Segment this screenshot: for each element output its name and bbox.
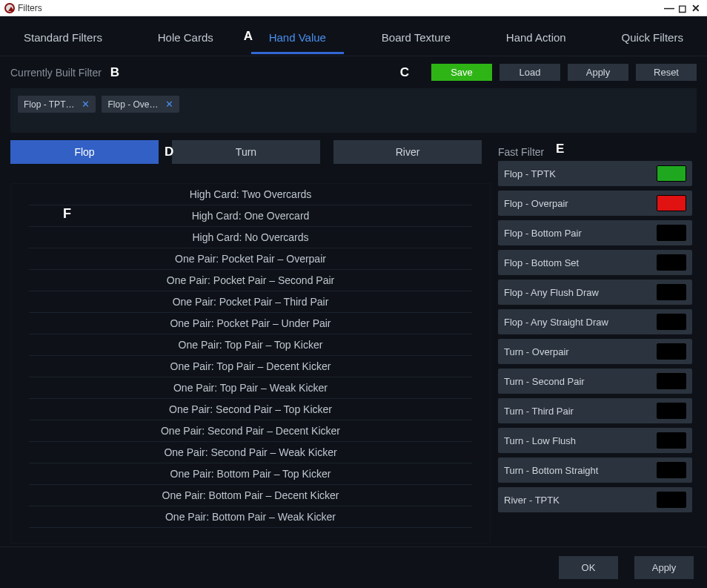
apply-footer-button[interactable]: Apply — [634, 556, 694, 579]
marker-b: B — [110, 65, 119, 80]
category-item[interactable]: High Card: No Overcards — [29, 227, 472, 248]
marker-a: A — [244, 29, 253, 44]
street-tabs: FlopTurnRiverD — [10, 140, 491, 164]
filter-chip[interactable]: Flop - Ove…✕ — [102, 96, 179, 113]
category-item[interactable]: One Pair: Top Pair – Top Kicker — [29, 334, 472, 356]
apply-button[interactable]: Apply — [568, 64, 628, 81]
category-item[interactable]: One Pair: Bottom Pair – Top Kicker — [29, 463, 472, 485]
category-item[interactable]: High Card: Two Overcards — [29, 184, 472, 205]
chip-remove-icon[interactable]: ✕ — [165, 99, 173, 110]
fast-filter-label: Flop - Bottom Pair — [504, 228, 582, 239]
maximize-icon[interactable]: ◻ — [676, 2, 689, 14]
minimize-icon[interactable]: — — [663, 2, 676, 14]
fast-filter-label: Flop - TPTK — [504, 168, 556, 179]
tab-hole-cards[interactable]: Hole Cards — [155, 27, 216, 54]
fast-filter-item[interactable]: Turn - Second Pair — [498, 369, 692, 394]
fast-filter-item[interactable]: Flop - Bottom Set — [498, 250, 692, 275]
marker-c: C — [400, 65, 409, 80]
fast-filter-header: Fast Filter E — [498, 140, 697, 161]
category-list: F High Card: Two OvercardsHigh Card: One… — [10, 183, 491, 544]
built-filter-chips: Flop - TPT…✕Flop - Ove…✕ — [10, 88, 697, 133]
tab-quick-filters[interactable]: Quick Filters — [619, 27, 686, 54]
fast-filter-item[interactable]: Flop - Overpair — [498, 191, 692, 216]
category-panel: FlopTurnRiverD F High Card: Two Overcard… — [10, 140, 491, 544]
chip-label: Flop - TPT… — [24, 99, 74, 110]
tab-hand-action[interactable]: Hand Action — [503, 27, 569, 54]
filter-chip[interactable]: Flop - TPT…✕ — [18, 96, 96, 113]
fast-filter-label: Turn - Low Flush — [504, 435, 576, 446]
category-item[interactable]: One Pair: Second Pair – Decent Kicker — [29, 420, 472, 442]
fast-filter-item[interactable]: Flop - Bottom Pair — [498, 220, 692, 245]
titlebar: Filters — ◻ ✕ — [0, 0, 707, 16]
category-item[interactable]: One Pair: Bottom Pair – Decent Kicker — [29, 485, 472, 506]
tab-standard-filters[interactable]: Standard Filters — [21, 27, 105, 54]
fast-filter-label: Flop - Overpair — [504, 198, 568, 209]
color-swatch[interactable] — [657, 284, 686, 300]
fast-filter-item[interactable]: River - TPTK — [498, 487, 692, 512]
category-item[interactable]: One Pair: Second Pair – Top Kicker — [29, 399, 472, 420]
built-filter-row: Currently Built Filter B C Save Load App… — [0, 56, 707, 85]
save-button[interactable]: Save — [431, 64, 492, 81]
color-swatch[interactable] — [657, 373, 686, 389]
category-item[interactable]: One Pair: Pocket Pair – Second Pair — [29, 270, 472, 291]
color-swatch[interactable] — [657, 462, 686, 478]
street-tab-flop[interactable]: Flop — [10, 140, 159, 164]
tab-board-texture[interactable]: Board Texture — [379, 27, 454, 54]
chip-label: Flop - Ove… — [107, 99, 158, 110]
ok-button[interactable]: OK — [559, 556, 618, 579]
fast-filter-list: Flop - TPTKFlop - OverpairFlop - Bottom … — [498, 161, 697, 544]
color-swatch[interactable] — [657, 225, 686, 241]
category-item[interactable]: One Pair: Pocket Pair – Third Pair — [29, 291, 472, 313]
category-item[interactable]: One Pair: Top Pair – Weak Kicker — [29, 377, 472, 399]
marker-f: F — [63, 206, 71, 222]
fast-filter-label: Flop - Any Flush Draw — [504, 287, 599, 298]
color-swatch[interactable] — [657, 403, 686, 419]
fast-filter-item[interactable]: Turn - Low Flush — [498, 428, 692, 453]
category-item[interactable]: High Card: One Overcard — [29, 205, 472, 227]
color-swatch[interactable] — [657, 195, 686, 211]
category-item[interactable]: One Pair: Pocket Pair – Under Pair — [29, 313, 472, 334]
fast-filter-label: Turn - Bottom Straight — [504, 465, 598, 476]
color-swatch[interactable] — [657, 492, 686, 508]
color-swatch[interactable] — [657, 343, 686, 360]
marker-e: E — [556, 142, 564, 156]
category-item[interactable]: One Pair: Bottom Pair – Weak Kicker — [29, 506, 472, 528]
main-tabs: Standard FiltersHole CardsHand ValueABoa… — [0, 16, 707, 54]
fast-filter-panel: Fast Filter E Flop - TPTKFlop - Overpair… — [498, 140, 697, 544]
fast-filter-label: Flop - Any Straight Draw — [504, 317, 608, 328]
footer: OK Apply — [0, 546, 707, 588]
reset-button[interactable]: Reset — [636, 64, 697, 81]
fast-filter-item[interactable]: Flop - Any Straight Draw — [498, 309, 692, 334]
fast-filter-label: Turn - Third Pair — [504, 406, 574, 417]
category-item[interactable]: One Pair: Pocket Pair – Overpair — [29, 248, 472, 270]
fast-filter-item[interactable]: Turn - Bottom Straight — [498, 457, 692, 483]
fast-filter-label: Flop - Bottom Set — [504, 257, 579, 268]
color-swatch[interactable] — [657, 254, 686, 271]
street-tab-turn[interactable]: Turn — [172, 140, 320, 164]
marker-d: D — [165, 145, 173, 159]
app-root: Standard FiltersHole CardsHand ValueABoa… — [0, 16, 707, 588]
color-swatch[interactable] — [657, 314, 686, 330]
chip-remove-icon[interactable]: ✕ — [82, 99, 90, 110]
color-swatch[interactable] — [657, 165, 686, 182]
app-icon — [4, 3, 15, 13]
fast-filter-item[interactable]: Flop - Any Flush Draw — [498, 280, 692, 305]
category-item[interactable]: One Pair: Top Pair – Decent Kicker — [29, 356, 472, 377]
street-tab-river[interactable]: River — [333, 140, 482, 164]
close-icon[interactable]: ✕ — [689, 2, 703, 14]
tab-hand-value[interactable]: Hand ValueA — [266, 27, 329, 54]
load-button[interactable]: Load — [499, 64, 560, 81]
fast-filter-item[interactable]: Turn - Third Pair — [498, 398, 692, 423]
fast-filter-item[interactable]: Turn - Overpair — [498, 339, 692, 364]
window-title: Filters — [18, 3, 42, 13]
built-filter-label: Currently Built Filter B — [10, 67, 102, 79]
fast-filter-label: Turn - Overpair — [504, 346, 569, 357]
fast-filter-label: River - TPTK — [504, 495, 560, 506]
color-swatch[interactable] — [657, 432, 686, 449]
category-item[interactable]: One Pair: Second Pair – Weak Kicker — [29, 442, 472, 463]
fast-filter-item[interactable]: Flop - TPTK — [498, 161, 692, 186]
fast-filter-label: Turn - Second Pair — [504, 376, 585, 387]
